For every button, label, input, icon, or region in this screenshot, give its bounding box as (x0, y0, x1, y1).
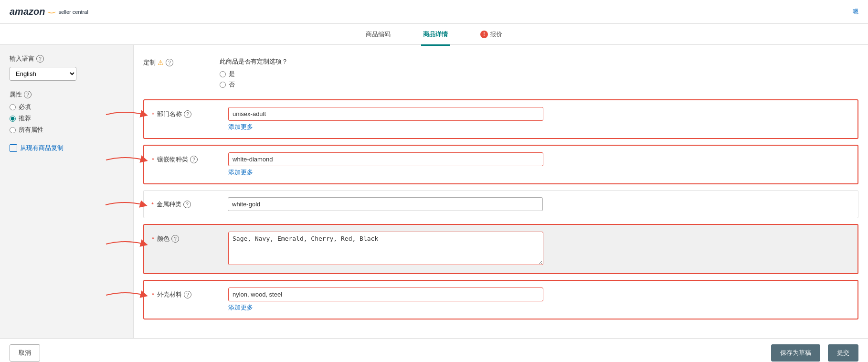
custom-no[interactable]: 否 (220, 80, 288, 89)
gem-type-inner: * 镶嵌物种类 ? 添加更多 (144, 146, 857, 183)
language-label: 输入语言 ? (10, 54, 124, 63)
gem-type-add-more[interactable]: 添加更多 (228, 168, 850, 177)
shell-material-label: * 外壳材料 ? (152, 287, 228, 299)
metal-type-section: * 金属种类 ? (143, 190, 858, 218)
amazon-logo-text: amazon (10, 6, 45, 17)
metal-type-field-content (228, 197, 850, 211)
tab-product-code-label: 商品编码 (366, 30, 391, 39)
tab-pricing[interactable]: ! 报价 (478, 24, 504, 46)
shell-material-field-content: 添加更多 (228, 287, 850, 312)
arrow-shell (101, 286, 149, 305)
gem-type-help-icon[interactable]: ? (190, 156, 198, 163)
color-row: * 颜色 ? Sage, Navy, Emerald, Cherry, Red,… (152, 232, 850, 266)
shell-material-row: * 外壳材料 ? 添加更多 (152, 287, 850, 312)
tab-product-detail-label: 商品详情 (423, 30, 448, 39)
shell-material-input[interactable] (228, 287, 543, 301)
submit-button[interactable]: 提交 (828, 344, 858, 362)
gem-type-row: * 镶嵌物种类 ? 添加更多 (152, 152, 850, 177)
customization-question: 此商品是否有定制选项？ (220, 57, 288, 66)
nav-tabs: 商品编码 商品详情 ! 报价 (0, 24, 868, 45)
customization-options: 是 否 (220, 70, 288, 89)
color-help-icon[interactable]: ? (171, 235, 179, 243)
color-inner: * 颜色 ? Sage, Navy, Emerald, Cherry, Red,… (144, 225, 857, 273)
metal-type-label: * 金属种类 ? (151, 197, 228, 209)
arrow-metal (101, 195, 148, 214)
shell-material-add-more[interactable]: 添加更多 (228, 303, 850, 312)
tab-pricing-label: 报价 (490, 30, 502, 39)
cancel-button[interactable]: 取消 (10, 344, 40, 362)
save-draft-button[interactable]: 保存为草稿 (771, 344, 820, 362)
custom-yes[interactable]: 是 (220, 70, 288, 78)
gem-type-field-content: 添加更多 (228, 152, 850, 177)
attribute-help-icon[interactable]: ? (24, 91, 32, 98)
customization-warning-icon: ⚠ (158, 59, 164, 66)
header: amazon seller central 嗯 (0, 0, 868, 24)
customization-row: 定制 ⚠ ? 此商品是否有定制选项？ 是 否 (143, 53, 858, 94)
department-help-icon[interactable]: ? (184, 110, 191, 118)
customization-label: 定制 ⚠ ? (143, 57, 220, 67)
color-label: * 颜色 ? (152, 232, 228, 243)
department-field-content: 添加更多 (228, 107, 850, 131)
department-add-more[interactable]: 添加更多 (228, 123, 850, 131)
gem-type-section: * 镶嵌物种类 ? 添加更多 (143, 145, 858, 184)
customization-help-icon[interactable]: ? (166, 59, 173, 66)
department-label: * 部门名称 ? (152, 107, 228, 118)
department-input[interactable] (228, 107, 543, 121)
department-row: * 部门名称 ? 添加更多 (152, 107, 850, 131)
metal-type-row: * 金属种类 ? (151, 197, 850, 211)
color-field-content: Sage, Navy, Emerald, Cherry, Red, Black (228, 232, 850, 266)
metal-type-input[interactable] (228, 197, 543, 211)
content-area: 定制 ⚠ ? 此商品是否有定制选项？ 是 否 (134, 45, 868, 338)
tab-product-code[interactable]: 商品编码 (364, 24, 392, 46)
seller-central-label: seller central (58, 9, 88, 15)
footer: 取消 保存为草稿 提交 (0, 338, 868, 362)
gem-type-label: * 镶嵌物种类 ? (152, 152, 228, 164)
department-inner: * 部门名称 ? 添加更多 (144, 100, 857, 138)
department-section: * 部门名称 ? 添加更多 (143, 99, 858, 139)
amazon-smile-icon (47, 10, 56, 14)
color-section: * 颜色 ? Sage, Navy, Emerald, Cherry, Red,… (143, 224, 858, 274)
copy-icon (10, 144, 17, 152)
language-section: 输入语言 ? English 中文 (10, 54, 124, 81)
attr-all[interactable]: 所有属性 (10, 126, 124, 134)
shell-material-section: * 外壳材料 ? 添加更多 (143, 280, 858, 319)
attribute-label: 属性 ? (10, 90, 124, 99)
arrow-gem (101, 150, 149, 170)
main-layout: 输入语言 ? English 中文 属性 ? 必填 推荐 (0, 45, 868, 338)
shell-material-help-icon[interactable]: ? (184, 291, 191, 298)
color-textarea[interactable]: Sage, Navy, Emerald, Cherry, Red, Black (228, 232, 543, 265)
customization-field: 此商品是否有定制选项？ 是 否 (220, 57, 288, 89)
logo: amazon seller central (10, 6, 88, 17)
footer-right-buttons: 保存为草稿 提交 (771, 344, 858, 362)
shell-material-inner: * 外壳材料 ? 添加更多 (144, 281, 857, 319)
pricing-warning-icon: ! (480, 31, 488, 38)
user-info: 嗯 (853, 8, 858, 16)
tab-product-detail[interactable]: 商品详情 (421, 24, 450, 46)
arrow-department (101, 105, 149, 124)
metal-type-inner: * 金属种类 ? (144, 191, 858, 218)
metal-type-help-icon[interactable]: ? (183, 201, 191, 208)
language-select[interactable]: English 中文 (10, 67, 76, 81)
language-help-icon[interactable]: ? (36, 55, 44, 63)
arrow-color (101, 234, 149, 254)
gem-type-input[interactable] (228, 152, 543, 166)
